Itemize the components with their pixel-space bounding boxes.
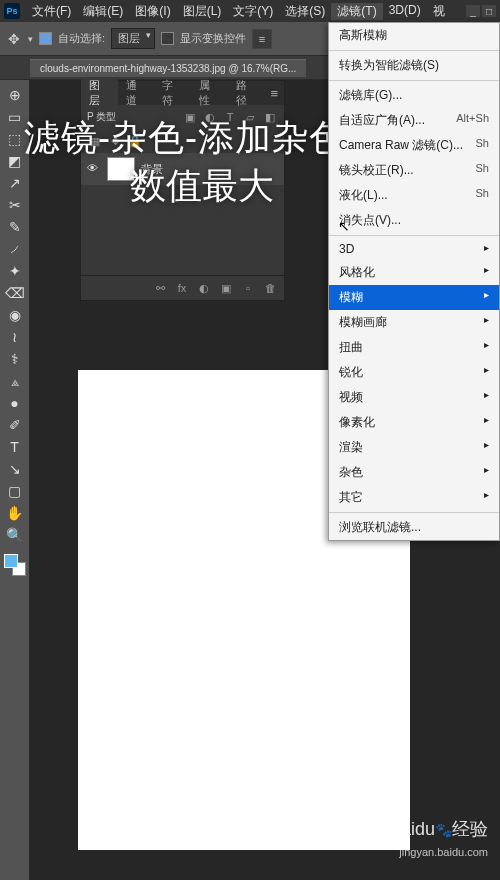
menu-8[interactable]: 视	[427, 3, 451, 20]
filter-item-1[interactable]: 转换为智能滤镜(S)	[329, 53, 499, 78]
panel-tab-1[interactable]: 通道	[118, 78, 155, 108]
show-transform-label: 显示变换控件	[180, 31, 246, 46]
panel-tab-0[interactable]: 图层	[81, 78, 118, 108]
group-icon[interactable]: ▣	[218, 280, 234, 296]
mask-icon[interactable]: ◐	[196, 280, 212, 296]
auto-select-label: 自动选择:	[58, 31, 105, 46]
menu-5[interactable]: 选择(S)	[279, 3, 331, 20]
tool-18[interactable]: ▢	[4, 480, 26, 502]
tool-14[interactable]: ●	[4, 392, 26, 414]
menu-7[interactable]: 3D(D)	[383, 3, 427, 20]
app-logo: Ps	[4, 3, 20, 19]
tool-5[interactable]: ✂	[4, 194, 26, 216]
filter-item-12[interactable]: 扭曲	[329, 335, 499, 360]
menu-1[interactable]: 编辑(E)	[77, 3, 129, 20]
layer-row[interactable]: 👁 背景	[81, 153, 284, 185]
tool-4[interactable]: ↗	[4, 172, 26, 194]
foreground-color-swatch[interactable]	[4, 554, 18, 568]
watermark-url: jingyan.baidu.com	[399, 846, 488, 858]
tool-0[interactable]: ⊕	[4, 84, 26, 106]
filter-item-5[interactable]: 镜头校正(R)...Sh	[329, 158, 499, 183]
filter-smart-icon[interactable]: ◧	[262, 109, 278, 125]
filter-item-15[interactable]: 像素化	[329, 410, 499, 435]
filter-item-4[interactable]: Camera Raw 滤镜(C)...Sh	[329, 133, 499, 158]
watermark: Baidu🐾经验 jingyan.baidu.com	[389, 819, 488, 862]
visibility-icon[interactable]: 👁	[87, 162, 101, 176]
delete-icon[interactable]: 🗑	[262, 280, 278, 296]
filter-item-2[interactable]: 滤镜库(G)...	[329, 83, 499, 108]
fx-icon[interactable]: fx	[174, 280, 190, 296]
filter-image-icon[interactable]: ▣	[182, 109, 198, 125]
layer-thumbnail[interactable]	[107, 157, 135, 181]
auto-select-type[interactable]: 图层	[111, 28, 155, 49]
filter-dropdown: 高斯模糊转换为智能滤镜(S)滤镜库(G)...自适应广角(A)...Alt+Sh…	[328, 22, 500, 541]
color-swatches[interactable]	[4, 554, 26, 576]
window-controls: _ □	[466, 5, 496, 17]
tool-10[interactable]: ◉	[4, 304, 26, 326]
tool-13[interactable]: ⟁	[4, 370, 26, 392]
paw-icon: 🐾	[435, 822, 452, 839]
panel-tab-3[interactable]: 属性	[191, 78, 228, 108]
tool-1[interactable]: ▭	[4, 106, 26, 128]
lock-all-icon[interactable]: 🔒	[127, 133, 143, 149]
layer-name: 背景	[141, 162, 163, 177]
panel-tab-2[interactable]: 字符	[154, 78, 191, 108]
align-button[interactable]: ≡	[252, 29, 272, 49]
filter-item-9[interactable]: 风格化	[329, 260, 499, 285]
tool-19[interactable]: ✋	[4, 502, 26, 524]
minimize-button[interactable]: _	[466, 5, 480, 17]
watermark-label: 经验	[452, 819, 488, 839]
link-layers-icon[interactable]: ⚯	[152, 280, 168, 296]
lock-position-icon[interactable]: ✥	[107, 133, 123, 149]
filter-item-10[interactable]: 模糊	[329, 285, 499, 310]
move-tool-icon: ✥	[6, 31, 22, 47]
tool-8[interactable]: ✦	[4, 260, 26, 282]
show-transform-checkbox[interactable]	[161, 32, 174, 45]
menu-6[interactable]: 滤镜(T)	[331, 3, 382, 20]
filter-adjust-icon[interactable]: ◐	[202, 109, 218, 125]
tool-17[interactable]: ↘	[4, 458, 26, 480]
tool-9[interactable]: ⌫	[4, 282, 26, 304]
filter-item-8[interactable]: 3D	[329, 238, 499, 260]
tool-6[interactable]: ✎	[4, 216, 26, 238]
watermark-brand: Baidu	[389, 819, 435, 839]
document-tab[interactable]: clouds-environment-highway-1353238.jpg @…	[30, 59, 306, 77]
tool-15[interactable]: ✐	[4, 414, 26, 436]
filter-item-14[interactable]: 视频	[329, 385, 499, 410]
layers-panel: 图层通道字符属性路径 ≡ Ρ 类型 ▣ ◐ T ▱ ◧ ▦ ✥ 🔒 👁 背景	[80, 80, 285, 301]
filter-item-16[interactable]: 渲染	[329, 435, 499, 460]
tool-2[interactable]: ⬚	[4, 128, 26, 150]
menubar: Ps 文件(F)编辑(E)图像(I)图层(L)文字(Y)选择(S)滤镜(T)3D…	[0, 0, 500, 22]
filter-item-18[interactable]: 其它	[329, 485, 499, 510]
tool-3[interactable]: ◩	[4, 150, 26, 172]
filter-item-13[interactable]: 锐化	[329, 360, 499, 385]
filter-item-19[interactable]: 浏览联机滤镜...	[329, 515, 499, 540]
chevron-down-icon[interactable]: ▾	[28, 34, 33, 44]
tool-20[interactable]: 🔍	[4, 524, 26, 546]
menu-0[interactable]: 文件(F)	[26, 3, 77, 20]
panel-menu-icon[interactable]: ≡	[264, 86, 284, 101]
layer-filter-label: Ρ 类型	[87, 110, 116, 124]
new-layer-icon[interactable]: ▫	[240, 280, 256, 296]
filter-shape-icon[interactable]: ▱	[242, 109, 258, 125]
auto-select-checkbox[interactable]	[39, 32, 52, 45]
maximize-button[interactable]: □	[482, 5, 496, 17]
menu-2[interactable]: 图像(I)	[129, 3, 176, 20]
tool-16[interactable]: T	[4, 436, 26, 458]
tool-7[interactable]: ⟋	[4, 238, 26, 260]
lock-pixels-icon[interactable]: ▦	[87, 133, 103, 149]
toolbox: ⊕▭⬚◩↗✂✎⟋✦⌫◉≀⚕⟁●✐T↘▢✋🔍	[0, 80, 30, 880]
menu-4[interactable]: 文字(Y)	[227, 3, 279, 20]
filter-item-17[interactable]: 杂色	[329, 460, 499, 485]
menu-3[interactable]: 图层(L)	[177, 3, 228, 20]
panel-tabs: 图层通道字符属性路径 ≡	[81, 81, 284, 105]
tool-11[interactable]: ≀	[4, 326, 26, 348]
panel-tab-4[interactable]: 路径	[228, 78, 265, 108]
filter-item-7[interactable]: 消失点(V)...	[329, 208, 499, 233]
filter-item-3[interactable]: 自适应广角(A)...Alt+Sh	[329, 108, 499, 133]
tool-12[interactable]: ⚕	[4, 348, 26, 370]
filter-text-icon[interactable]: T	[222, 109, 238, 125]
filter-item-0[interactable]: 高斯模糊	[329, 23, 499, 48]
filter-item-11[interactable]: 模糊画廊	[329, 310, 499, 335]
filter-item-6[interactable]: 液化(L)...Sh	[329, 183, 499, 208]
